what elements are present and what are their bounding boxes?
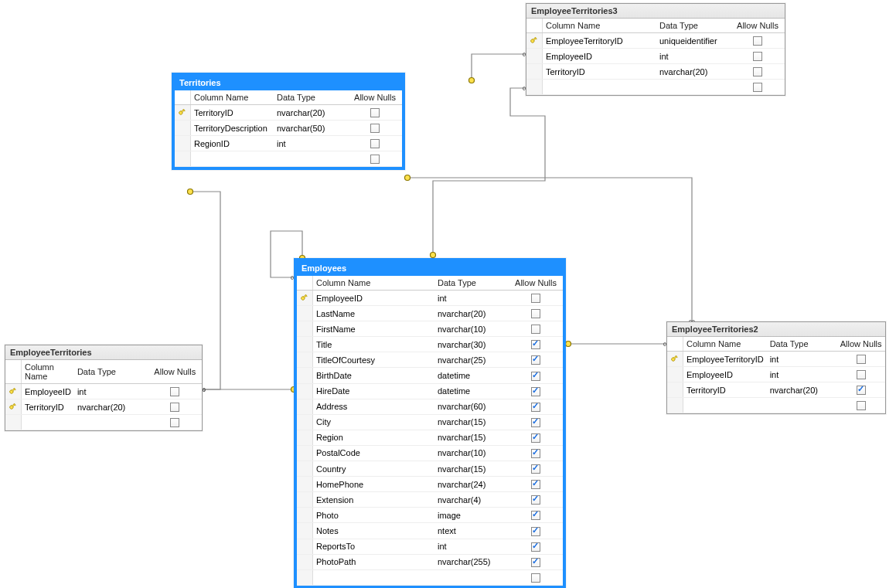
- column-row[interactable]: Addressnvarchar(60): [297, 399, 563, 414]
- data-type-cell[interactable]: image: [434, 508, 509, 523]
- allow-nulls-checkbox[interactable]: [531, 340, 540, 349]
- table-titlebar[interactable]: Territories: [175, 76, 402, 90]
- header-column-name[interactable]: Column Name: [191, 90, 274, 105]
- column-row-empty[interactable]: [297, 569, 563, 585]
- allow-null-cell[interactable]: [509, 352, 563, 368]
- column-row[interactable]: TitleOfCourtesynvarchar(25): [297, 352, 563, 368]
- header-allow-nulls[interactable]: Allow Nulls: [348, 90, 402, 105]
- data-type-cell[interactable]: nvarchar(20): [434, 306, 509, 321]
- row-selector[interactable]: [297, 523, 313, 539]
- header-data-type[interactable]: Data Type: [274, 90, 348, 105]
- allow-null-cell[interactable]: [509, 492, 563, 508]
- data-type-cell[interactable]: nvarchar(20): [656, 64, 731, 80]
- data-type-cell[interactable]: nvarchar(15): [434, 461, 509, 477]
- column-name-cell[interactable]: RegionID: [191, 136, 274, 151]
- header-allow-nulls[interactable]: Allow Nulls: [148, 360, 202, 384]
- data-type-cell[interactable]: nvarchar(20): [274, 105, 348, 121]
- column-row-empty[interactable]: [5, 415, 202, 430]
- column-name-cell[interactable]: Address: [313, 399, 435, 414]
- allow-null-cell[interactable]: [836, 367, 885, 382]
- allow-null-cell[interactable]: [509, 321, 563, 337]
- header-allow-nulls[interactable]: Allow Nulls: [509, 276, 563, 291]
- data-type-cell[interactable]: datetime: [434, 383, 509, 399]
- header-column-name[interactable]: Column Name: [543, 19, 657, 33]
- row-selector[interactable]: [526, 49, 543, 64]
- allow-null-cell[interactable]: [509, 508, 563, 523]
- column-row[interactable]: EmployeeIDint: [667, 367, 885, 382]
- header-data-type[interactable]: Data Type: [656, 19, 731, 33]
- allow-null-cell[interactable]: [836, 382, 885, 398]
- relationship-line[interactable]: [472, 54, 526, 80]
- column-name-cell[interactable]: Region: [313, 430, 435, 445]
- column-row[interactable]: EmployeeTerritoryIDuniqueidentifier: [526, 33, 785, 49]
- table-EmployeeTerritories2[interactable]: EmployeeTerritories2Column NameData Type…: [666, 321, 886, 414]
- column-name-cell[interactable]: TerritoryID: [543, 64, 657, 80]
- row-selector[interactable]: [297, 430, 313, 445]
- column-name-cell[interactable]: LastName: [313, 306, 435, 321]
- column-name-cell[interactable]: ReportsTo: [313, 539, 435, 554]
- column-row[interactable]: EmployeeTerritoryIDint: [667, 352, 885, 367]
- table-Territories[interactable]: TerritoriesColumn NameData TypeAllow Nul…: [172, 73, 405, 170]
- row-selector[interactable]: [667, 382, 683, 398]
- row-selector[interactable]: [297, 539, 313, 554]
- column-row[interactable]: TerritoryIDnvarchar(20): [667, 382, 885, 398]
- row-selector[interactable]: [175, 121, 191, 136]
- table-EmployeeTerritories3[interactable]: EmployeeTerritories3Column NameData Type…: [526, 3, 785, 96]
- column-row[interactable]: TerritoryIDnvarchar(20): [526, 64, 785, 80]
- header-data-type[interactable]: Data Type: [74, 360, 148, 384]
- row-selector[interactable]: [297, 306, 313, 321]
- data-type-cell[interactable]: int: [74, 384, 148, 399]
- column-row[interactable]: TerritoryIDnvarchar(20): [5, 399, 202, 415]
- data-type-cell[interactable]: int: [434, 539, 509, 554]
- row-selector[interactable]: [297, 383, 313, 399]
- allow-null-cell[interactable]: [509, 477, 563, 492]
- allow-nulls-checkbox[interactable]: [857, 370, 866, 379]
- column-row[interactable]: LastNamenvarchar(20): [297, 306, 563, 321]
- column-row[interactable]: Photoimage: [297, 508, 563, 523]
- column-row[interactable]: ReportsToint: [297, 539, 563, 554]
- row-selector[interactable]: [5, 399, 22, 415]
- allow-nulls-checkbox[interactable]: [170, 418, 179, 427]
- allow-nulls-checkbox[interactable]: [531, 480, 540, 489]
- column-row[interactable]: EmployeeIDint: [526, 49, 785, 64]
- row-selector[interactable]: [297, 492, 313, 508]
- column-row[interactable]: PhotoPathnvarchar(255): [297, 554, 563, 569]
- data-type-cell[interactable]: uniqueidentifier: [656, 33, 731, 49]
- allow-null-cell[interactable]: [509, 461, 563, 477]
- allow-null-cell[interactable]: [509, 523, 563, 539]
- allow-nulls-checkbox[interactable]: [531, 372, 540, 381]
- column-name-cell[interactable]: HireDate: [313, 383, 435, 399]
- allow-null-cell[interactable]: [509, 445, 563, 461]
- allow-nulls-checkbox[interactable]: [531, 355, 540, 365]
- allow-nulls-checkbox[interactable]: [857, 355, 866, 364]
- data-type-cell[interactable]: nvarchar(30): [434, 337, 509, 352]
- row-selector[interactable]: [297, 337, 313, 352]
- data-type-cell[interactable]: datetime: [434, 368, 509, 383]
- allow-nulls-checkbox[interactable]: [370, 139, 380, 148]
- allow-nulls-checkbox[interactable]: [531, 387, 540, 396]
- allow-nulls-checkbox[interactable]: [753, 67, 762, 76]
- column-name-cell[interactable]: Extension: [313, 492, 435, 508]
- column-name-cell[interactable]: Photo: [313, 508, 435, 523]
- header-allow-nulls[interactable]: Allow Nulls: [836, 337, 885, 352]
- allow-nulls-checkbox[interactable]: [531, 403, 540, 412]
- column-name-cell[interactable]: Notes: [313, 523, 435, 539]
- row-selector[interactable]: [297, 399, 313, 414]
- column-name-cell[interactable]: EmployeeID: [22, 384, 74, 399]
- data-type-cell[interactable]: int: [274, 136, 348, 151]
- allow-nulls-checkbox[interactable]: [370, 108, 380, 117]
- data-type-cell[interactable]: nvarchar(15): [434, 430, 509, 445]
- allow-null-cell[interactable]: [509, 554, 563, 569]
- column-name-cell[interactable]: EmployeeTerritoryID: [683, 352, 767, 367]
- data-type-cell[interactable]: nvarchar(255): [434, 554, 509, 569]
- data-type-cell[interactable]: int: [656, 49, 731, 64]
- row-selector[interactable]: [297, 461, 313, 477]
- column-row[interactable]: Citynvarchar(15): [297, 414, 563, 430]
- row-selector[interactable]: [667, 367, 683, 382]
- row-selector[interactable]: [297, 445, 313, 461]
- row-selector[interactable]: [297, 508, 313, 523]
- allow-nulls-checkbox[interactable]: [753, 36, 762, 46]
- table-titlebar[interactable]: EmployeeTerritories: [5, 345, 202, 360]
- allow-null-cell[interactable]: [348, 136, 402, 151]
- header-column-name[interactable]: Column Name: [22, 360, 74, 384]
